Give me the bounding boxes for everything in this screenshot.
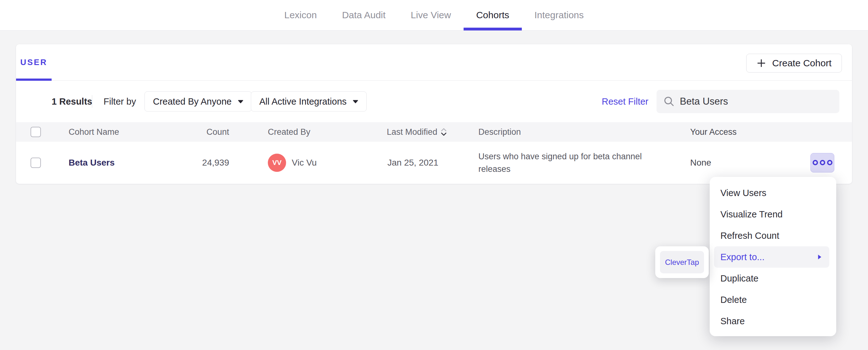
row-actions-button[interactable] <box>810 153 834 173</box>
divider <box>92 95 92 108</box>
menu-item-duplicate[interactable]: Duplicate <box>710 268 836 289</box>
table-header: Cohort Name Count Created By Last Modifi… <box>16 122 852 142</box>
row-context-menu: View Users Visualize Trend Refresh Count… <box>710 177 836 336</box>
created-by-dropdown[interactable]: Created By Anyone <box>145 92 252 111</box>
header-count: Count <box>191 127 229 137</box>
creator-cell: VV Vic Vu <box>268 154 317 172</box>
header-last-modified[interactable]: Last Modified <box>387 127 447 137</box>
menu-item-export-to[interactable]: Export to... <box>714 246 829 268</box>
menu-item-visualize-trend[interactable]: Visualize Trend <box>710 204 836 225</box>
cohorts-panel: USER Create Cohort 1 Results Filter by C… <box>16 44 852 184</box>
nav-tab-integrations[interactable]: Integrations <box>522 0 596 30</box>
menu-item-share[interactable]: Share <box>710 310 836 332</box>
plus-icon <box>756 59 766 68</box>
chevron-down-icon <box>238 100 243 103</box>
chevron-down-icon <box>353 100 358 103</box>
submenu-arrow-icon <box>818 254 822 260</box>
cohort-description: Users who have signed up for beta channe… <box>478 150 667 175</box>
select-all-checkbox[interactable] <box>31 127 41 137</box>
header-description: Description <box>478 126 667 138</box>
menu-item-refresh-count[interactable]: Refresh Count <box>710 225 836 246</box>
nav-tab-lexicon[interactable]: Lexicon <box>272 0 329 30</box>
nav-tab-cohorts[interactable]: Cohorts <box>464 0 522 30</box>
cohort-count: 24,939 <box>191 158 229 168</box>
search-icon <box>663 96 675 107</box>
create-cohort-label: Create Cohort <box>772 58 832 69</box>
filter-by-label: Filter by <box>103 97 136 107</box>
header-last-modified-label: Last Modified <box>387 127 437 137</box>
search-input[interactable] <box>680 96 832 107</box>
access-value: None <box>690 158 711 168</box>
more-options-icon <box>813 160 818 165</box>
top-navigation: Lexicon Data Audit Live View Cohorts Int… <box>0 0 868 31</box>
created-by-value: Created By Anyone <box>153 97 231 107</box>
export-submenu: CleverTap <box>655 246 709 278</box>
panel-tabstrip: USER Create Cohort <box>16 44 852 81</box>
creator-name: Vic Vu <box>292 158 317 168</box>
avatar: VV <box>268 154 286 172</box>
header-cohort-name: Cohort Name <box>69 127 119 137</box>
cohort-name-link[interactable]: Beta Users <box>69 158 115 168</box>
filter-bar: 1 Results Filter by Created By Anyone Al… <box>16 81 852 122</box>
results-count: 1 Results <box>52 97 92 107</box>
integrations-dropdown[interactable]: All Active Integrations <box>251 92 367 111</box>
last-modified-value: Jan 25, 2021 <box>388 158 438 168</box>
tab-user[interactable]: USER <box>16 44 52 80</box>
create-cohort-button[interactable]: Create Cohort <box>746 54 842 73</box>
menu-item-delete[interactable]: Delete <box>710 289 836 310</box>
integrations-value: All Active Integrations <box>259 97 346 107</box>
search-box[interactable] <box>656 90 839 113</box>
reset-filter-link[interactable]: Reset Filter <box>602 97 648 107</box>
nav-tab-data-audit[interactable]: Data Audit <box>330 0 398 30</box>
nav-tab-live-view[interactable]: Live View <box>398 0 464 30</box>
submenu-item-clevertap[interactable]: CleverTap <box>660 251 704 273</box>
sort-icon <box>441 127 447 137</box>
export-to-label: Export to... <box>720 252 765 262</box>
row-checkbox[interactable] <box>31 158 41 168</box>
header-your-access: Your Access <box>690 127 737 137</box>
header-created-by: Created By <box>268 127 310 137</box>
menu-item-view-users[interactable]: View Users <box>710 182 836 204</box>
